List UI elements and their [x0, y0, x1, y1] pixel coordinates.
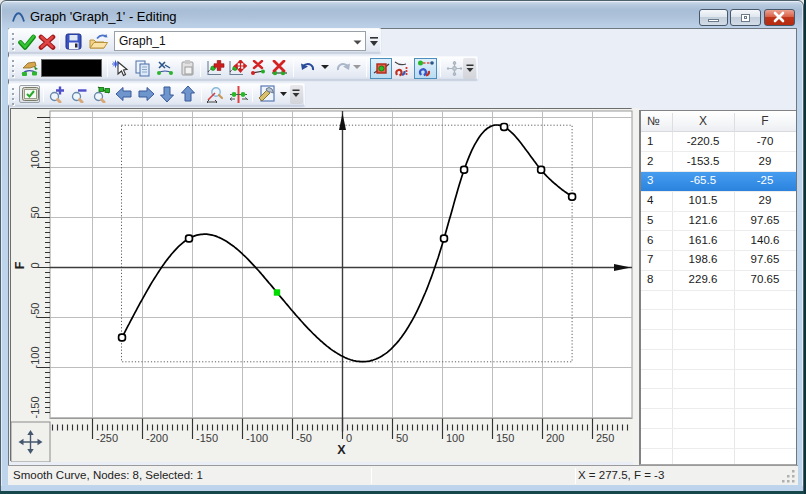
- svg-text:100: 100: [29, 150, 41, 168]
- svg-text:X: X: [337, 443, 346, 457]
- svg-text:-250: -250: [96, 432, 118, 444]
- svg-text:150: 150: [496, 432, 514, 444]
- svg-text:-100: -100: [246, 432, 268, 444]
- svg-text:-100: -100: [29, 346, 41, 368]
- svg-text:100: 100: [446, 432, 464, 444]
- svg-text:-50: -50: [29, 303, 41, 319]
- svg-text:-50: -50: [296, 432, 312, 444]
- svg-text:50: 50: [29, 206, 41, 218]
- svg-text:200: 200: [546, 432, 564, 444]
- svg-text:50: 50: [396, 432, 408, 444]
- svg-text:F: F: [13, 261, 27, 269]
- svg-text:-200: -200: [146, 432, 168, 444]
- svg-text:0: 0: [29, 262, 41, 268]
- svg-text:-150: -150: [29, 396, 41, 418]
- svg-text:-150: -150: [196, 432, 218, 444]
- svg-text:0: 0: [346, 432, 352, 444]
- svg-text:250: 250: [596, 432, 614, 444]
